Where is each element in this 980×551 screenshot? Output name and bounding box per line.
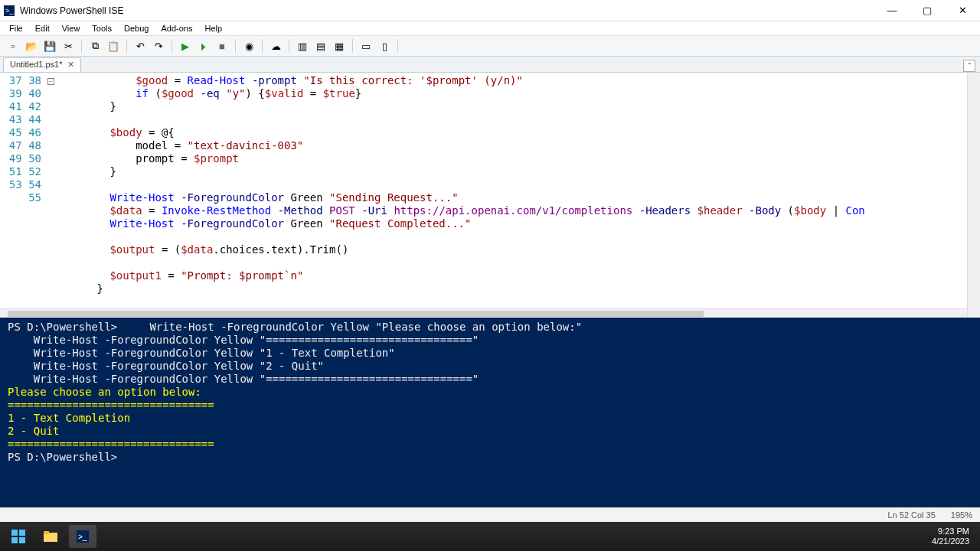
collapse-script-pane-button[interactable]: ˄: [963, 60, 975, 72]
window-title: Windows PowerShell ISE: [20, 5, 874, 16]
menu-file[interactable]: File: [3, 21, 29, 35]
open-icon[interactable]: 📂: [23, 37, 40, 54]
menu-add-ons[interactable]: Add-ons: [155, 21, 198, 35]
stop-icon[interactable]: ■: [214, 37, 230, 54]
tab-bar: Untitled1.ps1* ✕ ˄: [0, 57, 980, 73]
system-clock[interactable]: 9:23 PM 4/21/2023: [932, 527, 975, 546]
svg-rect-2: [11, 530, 18, 536]
minimize-button[interactable]: —: [874, 0, 910, 21]
svg-rect-7: [44, 531, 49, 534]
editor-horizontal-scrollbar[interactable]: [0, 308, 967, 318]
copy-icon[interactable]: ⧉: [87, 37, 103, 54]
console-pane[interactable]: PS D:\Powershell> Write-Host -Foreground…: [0, 318, 980, 507]
svg-rect-4: [11, 537, 18, 543]
clock-date: 4/21/2023: [932, 536, 969, 546]
toolbar-separator: [235, 39, 236, 53]
new-icon[interactable]: ▫: [5, 37, 21, 54]
run-icon[interactable]: ▶: [177, 37, 194, 54]
console-line: ================================: [8, 399, 972, 412]
maximize-button[interactable]: ▢: [910, 0, 945, 21]
menu-debug[interactable]: Debug: [118, 21, 155, 35]
zoom-level[interactable]: 195%: [951, 510, 972, 520]
pane2-icon[interactable]: ▤: [312, 37, 329, 54]
toolbar-separator: [172, 39, 172, 53]
code-content[interactable]: $good = Read-Host -prompt "Is this corre…: [58, 73, 967, 318]
toolbar-separator: [289, 39, 289, 53]
title-bar: >_ Windows PowerShell ISE — ▢ ✕: [0, 0, 980, 21]
tab-close-icon[interactable]: ✕: [67, 60, 74, 70]
remote-icon[interactable]: ☁: [267, 37, 284, 54]
redo-icon[interactable]: ↷: [150, 37, 167, 54]
toolbar-separator: [81, 39, 82, 53]
tab-untitled[interactable]: Untitled1.ps1* ✕: [3, 57, 81, 72]
menu-help[interactable]: Help: [198, 21, 228, 35]
paste-icon[interactable]: 📋: [105, 37, 122, 54]
fold-column: −: [47, 73, 58, 318]
menu-view[interactable]: View: [56, 21, 87, 35]
toolbar: ▫📂💾✂⧉📋↶↷▶⏵■◉☁▥▤▦▭▯: [0, 36, 980, 57]
app-icon: >_: [3, 5, 15, 17]
menu-bar: FileEditViewToolsDebugAdd-onsHelp: [0, 21, 980, 36]
console-line: PS D:\Powershell>: [8, 451, 972, 464]
toolbar-separator: [352, 39, 353, 53]
toolbar-separator: [126, 39, 127, 53]
menu-edit[interactable]: Edit: [29, 21, 56, 35]
scroll-thumb[interactable]: [8, 311, 704, 317]
console-line: 2 - Quit: [8, 425, 972, 438]
pane-icon[interactable]: ▥: [294, 37, 311, 54]
cursor-position: Ln 52 Col 35: [887, 510, 935, 520]
tab-label: Untitled1.ps1*: [10, 60, 63, 69]
undo-icon[interactable]: ↶: [132, 37, 149, 54]
toolbar-separator: [262, 39, 263, 53]
toggle1-icon[interactable]: ▭: [358, 37, 374, 54]
run-selection-icon[interactable]: ⏵: [195, 37, 212, 54]
console-line: PS D:\Powershell> Write-Host -Foreground…: [8, 321, 972, 334]
status-bar: Ln 52 Col 35 195%: [0, 507, 980, 522]
svg-rect-3: [19, 530, 25, 536]
editor-vertical-scrollbar[interactable]: [967, 73, 980, 318]
powershell-ise-task-icon[interactable]: >_: [69, 525, 96, 548]
breakpoint-icon[interactable]: ◉: [240, 37, 257, 54]
svg-text:>_: >_: [5, 7, 14, 15]
close-button[interactable]: ✕: [945, 0, 980, 21]
console-line: Write-Host -ForegroundColor Yellow "2 - …: [8, 360, 972, 373]
cut-icon[interactable]: ✂: [60, 37, 77, 54]
taskbar: >_ 9:23 PM 4/21/2023: [0, 522, 980, 551]
line-number-gutter: 37 38 39 40 41 42 43 44 45 46 47 48 49 5…: [0, 73, 47, 318]
window-controls: — ▢ ✕: [874, 0, 980, 21]
console-line: Write-Host -ForegroundColor Yellow "====…: [8, 334, 972, 347]
console-line: Write-Host -ForegroundColor Yellow "1 - …: [8, 347, 972, 360]
pane3-icon[interactable]: ▦: [331, 37, 348, 54]
console-line: ================================: [8, 438, 972, 451]
script-editor[interactable]: 37 38 39 40 41 42 43 44 45 46 47 48 49 5…: [0, 73, 980, 318]
start-button[interactable]: [5, 525, 32, 548]
console-line: 1 - Text Completion: [8, 412, 972, 425]
svg-text:>_: >_: [78, 533, 87, 541]
menu-tools[interactable]: Tools: [86, 21, 118, 35]
toolbar-separator: [397, 39, 398, 53]
save-icon[interactable]: 💾: [41, 37, 58, 54]
console-line: Write-Host -ForegroundColor Yellow "====…: [8, 373, 972, 386]
toggle2-icon[interactable]: ▯: [376, 37, 393, 54]
clock-time: 9:23 PM: [932, 527, 969, 536]
svg-rect-5: [19, 537, 25, 543]
console-line: Please choose an option below:: [8, 386, 972, 399]
explorer-icon[interactable]: [37, 525, 64, 548]
